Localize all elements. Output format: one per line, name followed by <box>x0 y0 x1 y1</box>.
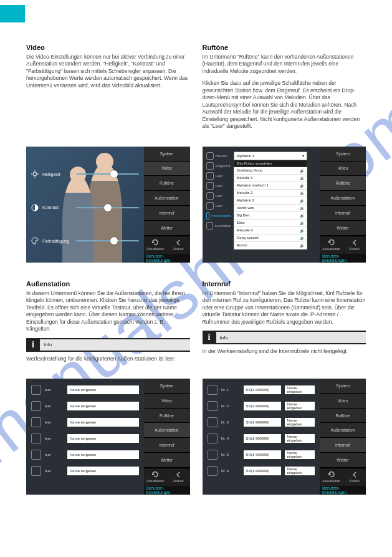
station-row: leer Name eingeben <box>31 416 139 429</box>
ruftone-desc-1: Im Untermenü "Ruftöne" kann den vorhande… <box>203 54 366 75</box>
brightness-slider[interactable] <box>76 173 139 175</box>
ringtone-option[interactable]: Melodie 2🔊 <box>234 190 307 197</box>
monitor-icon <box>208 385 218 395</box>
saturation-slider[interactable] <box>76 240 139 241</box>
intern-sn-input[interactable]: SN(1-999999) <box>244 467 281 475</box>
speaker-icon[interactable]: 🔊 <box>300 198 304 203</box>
door-icon <box>206 152 214 160</box>
back-button[interactable]: Zurück <box>343 468 366 486</box>
ringtone-option[interactable]: Alphaton 2🔊 <box>234 197 307 205</box>
intern-name-input[interactable]: Name eingeben <box>285 385 315 394</box>
ringtone-option[interactable]: Dreiklang Gong🔊 <box>234 167 307 175</box>
door-icon <box>31 450 41 460</box>
speaker-icon[interactable]: 🔊 <box>300 228 304 233</box>
footer-banner: Benutzer-Einstellungen <box>320 486 366 495</box>
tab-wetter[interactable]: Wetter <box>144 221 190 236</box>
ringtone-option[interactable]: Elise🔊 <box>234 220 307 227</box>
header-accent <box>0 5 25 22</box>
speaker-icon[interactable]: 🔊 <box>300 243 304 248</box>
door-icon <box>31 433 41 443</box>
speaker-icon[interactable]: 🔊 <box>300 168 304 173</box>
tab-system[interactable]: System <box>320 147 366 162</box>
speaker-icon[interactable]: 🔊 <box>300 206 304 210</box>
intern-name-input[interactable]: Name eingeben <box>285 418 315 427</box>
chevron-left-icon <box>174 471 182 478</box>
tab-internruf[interactable]: Internruf <box>320 438 366 453</box>
station-name-input[interactable]: Name eingeben <box>67 385 139 394</box>
tab-system[interactable]: System <box>320 379 366 394</box>
tab-video[interactable]: Video <box>144 394 190 409</box>
refresh-button[interactable]: Aktualisiere <box>320 236 343 254</box>
refresh-button[interactable]: Aktualisiere <box>144 236 167 254</box>
refresh-button[interactable]: Aktualisiere <box>320 468 343 486</box>
ringtone-option[interactable]: Alphaton dreifach 1🔊 <box>234 182 307 190</box>
station-name-input[interactable]: Name eingeben <box>67 450 139 459</box>
ringtone-option[interactable]: Rondo🔊 <box>234 242 307 249</box>
back-button[interactable]: Zurück <box>167 236 190 254</box>
ringtone-option[interactable]: Horch was🔊 <box>234 205 307 212</box>
refresh-button[interactable]: Aktualisiere <box>144 468 167 486</box>
intern-sn-input[interactable]: SN(1-999999) <box>244 402 281 410</box>
ringtone-option[interactable]: Melodie 3🔊 <box>234 227 307 235</box>
speaker-icon[interactable]: 🔊 <box>300 221 304 225</box>
chevron-down-icon: ▾ <box>302 153 304 158</box>
back-button[interactable]: Zurück <box>343 236 366 254</box>
tab-aussenstation[interactable]: Außenstation <box>320 423 366 438</box>
station-name-input[interactable]: Name eingeben <box>67 467 139 475</box>
ruftone-desc-2: Klicken Sie dazu auf die jeweilige Schal… <box>203 80 366 130</box>
tab-ruftone[interactable]: Ruftöne <box>320 409 366 424</box>
station-name-input[interactable]: Name eingeben <box>67 434 139 443</box>
speaker-icon[interactable]: 🔊 <box>300 213 304 218</box>
intern-sn-input[interactable]: SN(1-999999) <box>244 434 281 443</box>
station-name-input[interactable]: Name eingeben <box>67 418 139 427</box>
intern-sn-input[interactable]: SN(1-999999) <box>244 418 281 427</box>
intern-sn-input[interactable]: SN(1-999999) <box>244 450 281 459</box>
aussen-info-text: Werkseinstellung für die konfigurierten … <box>26 356 190 362</box>
intern-row: Nr. 3 SN(1-999999) Name eingeben <box>208 416 315 429</box>
intern-name-input[interactable]: Name eingeben <box>285 434 315 443</box>
intern-heading: Internruf <box>203 280 366 288</box>
ringtone-option[interactable]: Gong spezial🔊 <box>234 235 307 242</box>
tab-aussenstation[interactable]: Außenstation <box>144 423 190 438</box>
tab-wetter[interactable]: Wetter <box>320 453 366 468</box>
tab-wetter[interactable]: Wetter <box>320 221 366 236</box>
ringtone-option[interactable]: Melodie 1🔊 <box>234 175 307 182</box>
video-heading: Video <box>26 44 190 51</box>
ringtone-select[interactable]: Alphaton 1 ▾ <box>234 152 307 160</box>
volume-icon <box>206 222 213 230</box>
tab-video[interactable]: Video <box>320 162 366 177</box>
intern-name-input[interactable]: Name eingeben <box>285 467 315 475</box>
tab-system[interactable]: System <box>144 379 190 394</box>
speaker-icon[interactable]: 🔊 <box>300 176 304 180</box>
ringtone-option[interactable]: Big Ben🔊 <box>234 212 307 220</box>
intern-name-input[interactable]: Name eingeben <box>285 402 315 410</box>
door-icon <box>31 385 41 395</box>
speaker-icon[interactable]: 🔊 <box>300 191 304 195</box>
station-name-input[interactable]: Name eingeben <box>67 402 139 410</box>
screenshot-aussenstation: leer Name eingeben leer Name eingeben le… <box>26 379 190 495</box>
contrast-label: Kontrast <box>42 205 72 210</box>
tab-aussenstation[interactable]: Außenstation <box>144 191 190 206</box>
chevron-left-icon <box>351 471 358 478</box>
tab-internruf[interactable]: Internruf <box>144 206 190 221</box>
back-button[interactable]: Zurück <box>167 468 190 486</box>
tab-ruftone[interactable]: Ruftöne <box>320 176 366 191</box>
contrast-slider[interactable] <box>76 207 139 208</box>
ruftone-heading: Ruftöne <box>203 44 366 51</box>
tab-wetter[interactable]: Wetter <box>144 453 190 468</box>
intern-name-input[interactable]: Name eingeben <box>285 450 315 459</box>
intern-sn-input[interactable]: SN(1-999999) <box>244 385 281 394</box>
sun-icon <box>31 170 39 178</box>
tab-internruf[interactable]: Internruf <box>144 438 190 453</box>
tab-internruf[interactable]: Internruf <box>320 206 366 221</box>
tab-video[interactable]: Video <box>320 394 366 409</box>
tab-video[interactable]: Video <box>144 162 190 177</box>
tab-ruftone[interactable]: Ruftöne <box>144 409 190 424</box>
brightness-row: Helligkeit <box>31 165 139 183</box>
speaker-icon[interactable]: 🔊 <box>300 236 304 240</box>
tab-system[interactable]: System <box>144 147 190 162</box>
info-icon: i <box>203 331 216 344</box>
speaker-icon[interactable]: 🔊 <box>300 183 304 188</box>
tab-aussenstation[interactable]: Außenstation <box>320 191 366 206</box>
tab-ruftone[interactable]: Ruftöne <box>144 176 190 191</box>
